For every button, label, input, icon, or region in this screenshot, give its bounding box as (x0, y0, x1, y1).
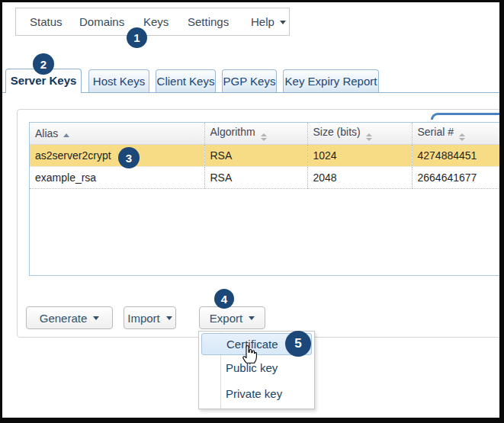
screenshot-frame: Status Domains Keys Settings Help Server… (0, 0, 504, 423)
table-row[interactable]: example_rsa RSA 2048 2664641677 (30, 166, 504, 188)
help-label: Help (251, 15, 274, 28)
generate-button-label: Generate (40, 312, 88, 325)
screenshot-border (0, 0, 504, 2)
annotation-badge-1: 1 (127, 27, 147, 48)
keys-table-container: Alias Algorithm Size (bits) Serial # as2… (29, 122, 504, 276)
cell-serial: 2664641677 (412, 166, 504, 188)
export-button-label: Export (210, 312, 242, 325)
tab-key-expiry-report[interactable]: Key Expiry Report (283, 69, 379, 92)
column-header-serial[interactable]: Serial # (412, 123, 504, 144)
cell-size-bits: 1024 (307, 144, 412, 166)
column-label: Serial # (418, 126, 454, 138)
column-header-size-bits[interactable]: Size (bits) (307, 123, 412, 144)
chevron-down-icon (93, 316, 99, 320)
screenshot-border (0, 0, 2, 423)
annotation-badge-5: 5 (285, 331, 311, 357)
nav-item-status[interactable]: Status (30, 8, 63, 35)
cell-algorithm: RSA (204, 144, 307, 166)
table-header-row: Alias Algorithm Size (bits) Serial # (30, 123, 504, 144)
sort-icon (459, 133, 465, 141)
tab-client-keys[interactable]: Client Keys (156, 69, 216, 92)
table-row-selected[interactable]: as2server2crypt RSA 1024 4274884451 (30, 144, 504, 166)
column-label: Size (bits) (313, 126, 361, 138)
annotation-badge-2: 2 (33, 53, 54, 75)
tab-host-keys[interactable]: Host Keys (88, 69, 149, 92)
import-button-label: Import (127, 312, 160, 325)
screenshot-border (499, 0, 504, 423)
menu-item-private-key[interactable]: Private key (199, 381, 314, 407)
keys-table: Alias Algorithm Size (bits) Serial # as2… (30, 123, 504, 189)
generate-button[interactable]: Generate (26, 306, 113, 329)
cell-serial: 4274884451 (412, 144, 504, 166)
nav-item-help[interactable]: Help (251, 8, 286, 35)
sort-ascending-icon (63, 133, 69, 137)
annotation-badge-4: 4 (214, 289, 234, 309)
sort-icon (366, 133, 372, 141)
column-label: Algorithm (210, 126, 255, 138)
hand-cursor-icon (241, 342, 258, 367)
chevron-down-icon (280, 21, 286, 24)
nav-item-settings[interactable]: Settings (188, 8, 229, 35)
export-button[interactable]: Export (199, 306, 265, 329)
nav-item-keys[interactable]: Keys (143, 8, 169, 35)
annotation-badge-3: 3 (118, 147, 140, 168)
chevron-down-icon (249, 316, 255, 320)
import-button[interactable]: Import (124, 306, 176, 329)
tab-pgp-keys[interactable]: PGP Keys (222, 69, 277, 92)
column-label: Alias (35, 127, 58, 139)
column-header-algorithm[interactable]: Algorithm (204, 123, 307, 144)
clipped-element-edge (431, 113, 504, 120)
top-nav-bar: Status Domains Keys Settings Help (15, 8, 290, 36)
column-header-alias[interactable]: Alias (30, 123, 204, 144)
cell-algorithm: RSA (204, 166, 307, 188)
chevron-down-icon (166, 316, 172, 320)
sort-icon (261, 133, 267, 141)
cell-alias: example_rsa (30, 166, 204, 188)
cell-alias: as2server2crypt (30, 144, 204, 166)
screenshot-border (0, 418, 504, 423)
cell-size-bits: 2048 (307, 166, 412, 188)
nav-item-domains[interactable]: Domains (79, 8, 124, 35)
